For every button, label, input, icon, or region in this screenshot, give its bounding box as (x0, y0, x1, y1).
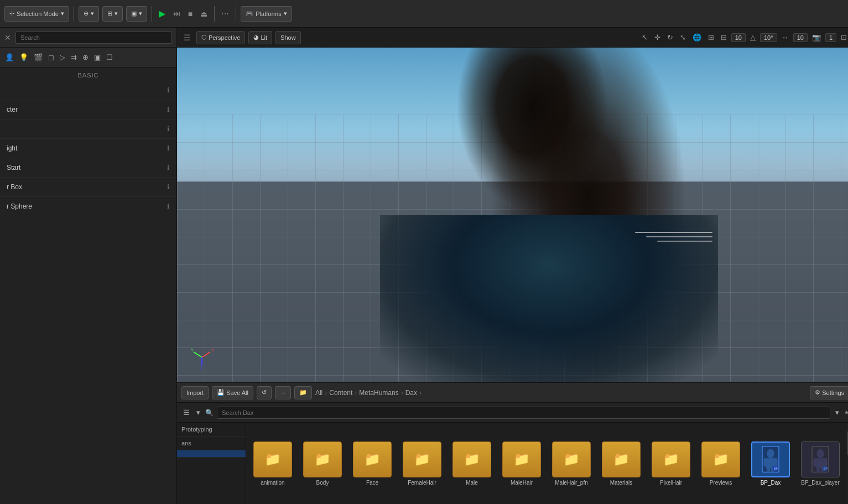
breadcrumb-chevron: › (419, 389, 422, 397)
info-icon-6[interactable]: ℹ (167, 183, 170, 191)
viewport-menu-button[interactable]: ☰ (181, 33, 193, 42)
perspective-button[interactable]: ⬡ Perspective (196, 31, 245, 44)
content-left-ans[interactable]: ans (177, 437, 246, 450)
list-item-empty-2[interactable]: ℹ (0, 119, 176, 139)
list-item-start[interactable]: Start ℹ (0, 158, 176, 178)
viewport[interactable]: X Y Z (177, 48, 848, 382)
folder-icon-button[interactable]: 📁 (294, 386, 312, 399)
snap-button[interactable]: ⊞ ▾ (102, 6, 123, 22)
asset-bp-dax[interactable]: BP BP_Dax (748, 441, 793, 486)
asset-malehair[interactable]: 📁 MaleHair (500, 441, 544, 486)
skip-forward-button[interactable]: ⏭ (171, 8, 183, 19)
filter-sort-button[interactable]: ▾ (195, 407, 202, 418)
box-icon-button[interactable]: ☐ (105, 52, 115, 63)
camera-button[interactable]: ▣ ▾ (126, 6, 147, 22)
filter-button[interactable]: ☰ (181, 407, 191, 418)
play-button[interactable]: ▶ (157, 7, 168, 20)
lit-button[interactable]: ◕ Lit (248, 31, 272, 44)
save-all-label: Save All (226, 389, 248, 396)
bottom-search-input[interactable] (217, 407, 830, 419)
info-icon-5[interactable]: ℹ (167, 164, 170, 172)
list-item-ight[interactable]: ight ℹ (0, 139, 176, 158)
chevron-down-icon: ▾ (61, 10, 64, 17)
content-left-prototyping[interactable]: Prototyping (177, 423, 246, 437)
chevron-down-icon-5: ▾ (284, 10, 287, 17)
forward-button[interactable]: → (275, 386, 291, 399)
transform-button[interactable]: ⊕ ▾ (79, 6, 99, 22)
platforms-button[interactable]: 🎮 Platforms ▾ (241, 6, 292, 22)
toolbar-separator-2 (152, 6, 152, 22)
translate-icon-button[interactable]: ✛ (652, 32, 663, 43)
lit-icon: ◕ (253, 34, 259, 41)
left-panel-search-input[interactable] (15, 32, 172, 44)
left-panel: ✕ 👤 💡 🎬 ◻ ▷ ⇉ ⊕ ▣ ☐ BASIC ℹ cter ℹ (0, 28, 177, 504)
platforms-label: Platforms (256, 11, 281, 17)
merge-icon-button[interactable]: ⊕ (81, 52, 90, 63)
overlay-num: 1 (825, 33, 836, 42)
folder-icon-malehair: 📁 (502, 441, 541, 477)
settings-icon: ⚙ (815, 389, 820, 396)
asset-body[interactable]: 📁 Body (300, 441, 345, 486)
info-icon-4[interactable]: ℹ (167, 144, 170, 152)
viewport-toolbar: ☰ ⬡ Perspective ◕ Lit Show ↖ ✛ ↻ ⤡ 🌐 ⊞ ⊟ (177, 28, 848, 48)
info-icon-1[interactable]: ℹ (167, 86, 170, 94)
list-item-box[interactable]: r Box ℹ (0, 178, 176, 197)
asset-malehair-pfn[interactable]: 📁 MaleHair_pfn (549, 441, 594, 486)
svg-text:Z: Z (200, 366, 203, 370)
dropdown-button[interactable]: ▾ (834, 407, 841, 418)
more-options-button[interactable]: ⋯ (219, 8, 231, 19)
snap-icon: ⊞ (107, 10, 112, 17)
asset-bp-dax-player[interactable]: BP BP_Dax_player (798, 441, 842, 486)
stop-button[interactable]: ■ (186, 8, 195, 19)
distance-icon-button[interactable]: ↔ (779, 32, 791, 43)
rotate-icon-button[interactable]: ↻ (665, 32, 675, 43)
perspective-label: Perspective (209, 34, 240, 41)
list-item-empty-1[interactable]: ℹ (0, 81, 176, 100)
angle-icon-button[interactable]: △ (748, 32, 758, 43)
cinema-icon-button[interactable]: 🎬 (32, 52, 44, 63)
import-button[interactable]: Import (181, 386, 209, 399)
arrow-icon-button[interactable]: ⇉ (69, 52, 79, 63)
breadcrumb-content[interactable]: Content (329, 389, 352, 397)
asset-face[interactable]: 📁 Face (350, 441, 394, 486)
camera2-icon-button[interactable]: 📷 (810, 32, 823, 43)
grid-icon-button[interactable]: 🌐 (690, 32, 704, 43)
breadcrumb-metahumans[interactable]: MetaHumans (359, 389, 398, 397)
asset-femalehair[interactable]: 📁 FemaleHair (400, 441, 444, 486)
breadcrumb-all[interactable]: All (315, 389, 322, 397)
asset-male[interactable]: 📁 Male (450, 441, 494, 486)
search-icon: 🔍 (205, 409, 214, 417)
selection-mode-button[interactable]: ⊹ Selection Mode ▾ (4, 6, 69, 22)
cube-icon-button[interactable]: ▣ (92, 52, 102, 63)
assets-grid: 📁 animation 📁 Body 📁 Face 📁 FemaleHair (246, 423, 847, 504)
asset-pixelhair[interactable]: 📁 PixelHair (649, 441, 693, 486)
breadcrumb-dax[interactable]: Dax (405, 389, 417, 397)
content-left-active[interactable] (177, 450, 246, 458)
left-panel-close-button[interactable]: ✕ (4, 33, 11, 42)
asset-materials[interactable]: 📁 Materials (599, 441, 643, 486)
eject-button[interactable]: ⏏ (198, 8, 210, 19)
shape-icon-button[interactable]: ◻ (46, 52, 56, 63)
asset-animation[interactable]: 📁 animation (251, 441, 295, 486)
info-icon-7[interactable]: ℹ (167, 202, 170, 210)
trigger-icon-button[interactable]: ▷ (58, 52, 67, 63)
select-icon-button[interactable]: ↖ (639, 32, 650, 43)
info-icon-3[interactable]: ℹ (167, 125, 170, 133)
save-all-button[interactable]: 💾 Save All (212, 386, 253, 399)
refresh-button[interactable]: ↺ (257, 386, 272, 399)
list-item-cter[interactable]: cter ℹ (0, 100, 176, 119)
show-button[interactable]: Show (275, 31, 301, 44)
actor-icon-button[interactable]: 👤 (3, 52, 15, 63)
info-icon-2[interactable]: ℹ (167, 106, 170, 113)
snap-grid-button[interactable]: ⊞ (706, 32, 716, 43)
layout-icon-button[interactable]: ⊟ (719, 32, 729, 43)
main-layout: ✕ 👤 💡 🎬 ◻ ▷ ⇉ ⊕ ▣ ☐ BASIC ℹ cter ℹ (0, 28, 848, 504)
asset-previews[interactable]: 📁 Previews (699, 441, 743, 486)
svg-text:Y: Y (191, 348, 194, 352)
light-icon-button[interactable]: 💡 (18, 52, 30, 63)
folder-icon-male: 📁 (452, 441, 491, 477)
scale-icon-button[interactable]: ⤡ (678, 32, 688, 43)
maximize-icon-button[interactable]: ⊡ (839, 32, 848, 43)
list-item-sphere[interactable]: r Sphere ℹ (0, 197, 176, 216)
settings-button[interactable]: ⚙ Settings (810, 386, 848, 399)
